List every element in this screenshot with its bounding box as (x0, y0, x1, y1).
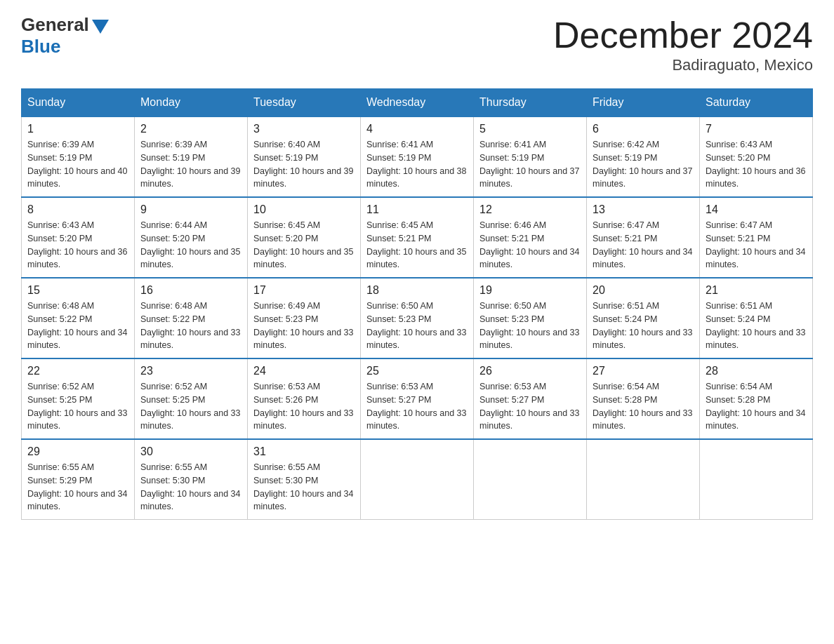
day-info: Sunrise: 6:48 AM Sunset: 5:22 PM Dayligh… (27, 300, 128, 352)
col-header-friday: Friday (587, 89, 700, 117)
day-number: 29 (27, 445, 128, 458)
day-number: 5 (479, 123, 581, 135)
month-title: December 2024 (553, 14, 813, 56)
day-cell: 14 Sunrise: 6:47 AM Sunset: 5:21 PM Dayl… (700, 197, 813, 278)
day-info: Sunrise: 6:47 AM Sunset: 5:21 PM Dayligh… (593, 219, 694, 271)
title-section: December 2024 Badiraguato, Mexico (553, 14, 813, 74)
day-number: 23 (140, 365, 241, 377)
day-info: Sunrise: 6:46 AM Sunset: 5:21 PM Dayligh… (479, 219, 581, 271)
day-cell (700, 439, 813, 520)
day-number: 3 (253, 123, 355, 135)
day-info: Sunrise: 6:53 AM Sunset: 5:26 PM Dayligh… (253, 380, 355, 433)
day-cell: 10 Sunrise: 6:45 AM Sunset: 5:20 PM Dayl… (248, 197, 361, 278)
day-cell: 12 Sunrise: 6:46 AM Sunset: 5:21 PM Dayl… (474, 197, 587, 278)
day-cell: 2 Sunrise: 6:39 AM Sunset: 5:19 PM Dayli… (135, 116, 248, 197)
logo-general-text: General (21, 14, 89, 36)
day-info: Sunrise: 6:43 AM Sunset: 5:20 PM Dayligh… (27, 219, 128, 271)
day-number: 22 (27, 365, 128, 377)
day-info: Sunrise: 6:55 AM Sunset: 5:30 PM Dayligh… (253, 461, 355, 514)
day-number: 16 (140, 284, 241, 297)
week-row-4: 22 Sunrise: 6:52 AM Sunset: 5:25 PM Dayl… (22, 358, 813, 439)
day-info: Sunrise: 6:50 AM Sunset: 5:23 PM Dayligh… (479, 300, 581, 352)
logo-blue-text: Blue (21, 36, 60, 58)
day-cell (587, 439, 700, 520)
day-info: Sunrise: 6:49 AM Sunset: 5:23 PM Dayligh… (253, 300, 355, 352)
day-number: 15 (27, 284, 128, 297)
day-cell: 5 Sunrise: 6:41 AM Sunset: 5:19 PM Dayli… (474, 116, 587, 197)
logo-triangle-icon (92, 20, 109, 34)
day-info: Sunrise: 6:39 AM Sunset: 5:19 PM Dayligh… (140, 138, 241, 191)
day-cell: 8 Sunrise: 6:43 AM Sunset: 5:20 PM Dayli… (22, 197, 135, 278)
day-cell: 7 Sunrise: 6:43 AM Sunset: 5:20 PM Dayli… (700, 116, 813, 197)
day-number: 8 (27, 203, 128, 216)
logo: General Blue (21, 14, 109, 58)
day-info: Sunrise: 6:45 AM Sunset: 5:21 PM Dayligh… (366, 219, 468, 271)
day-cell: 31 Sunrise: 6:55 AM Sunset: 5:30 PM Dayl… (248, 439, 361, 520)
day-info: Sunrise: 6:50 AM Sunset: 5:23 PM Dayligh… (366, 300, 468, 352)
day-info: Sunrise: 6:53 AM Sunset: 5:27 PM Dayligh… (366, 380, 468, 433)
day-number: 11 (366, 203, 468, 216)
col-header-wednesday: Wednesday (361, 89, 474, 117)
day-number: 9 (140, 203, 241, 216)
day-cell: 23 Sunrise: 6:52 AM Sunset: 5:25 PM Dayl… (135, 358, 248, 439)
col-header-saturday: Saturday (700, 89, 813, 117)
day-number: 21 (706, 284, 807, 297)
day-cell: 11 Sunrise: 6:45 AM Sunset: 5:21 PM Dayl… (361, 197, 474, 278)
day-cell: 21 Sunrise: 6:51 AM Sunset: 5:24 PM Dayl… (700, 278, 813, 358)
col-header-monday: Monday (135, 89, 248, 117)
day-cell: 28 Sunrise: 6:54 AM Sunset: 5:28 PM Dayl… (700, 358, 813, 439)
day-info: Sunrise: 6:40 AM Sunset: 5:19 PM Dayligh… (253, 138, 355, 191)
day-number: 13 (593, 203, 694, 216)
day-cell: 20 Sunrise: 6:51 AM Sunset: 5:24 PM Dayl… (587, 278, 700, 358)
day-number: 17 (253, 284, 355, 297)
day-info: Sunrise: 6:39 AM Sunset: 5:19 PM Dayligh… (27, 138, 128, 191)
day-number: 28 (706, 365, 807, 377)
page-header: General Blue December 2024 Badiraguato, … (21, 14, 813, 74)
day-number: 24 (253, 365, 355, 377)
day-cell: 26 Sunrise: 6:53 AM Sunset: 5:27 PM Dayl… (474, 358, 587, 439)
day-cell: 9 Sunrise: 6:44 AM Sunset: 5:20 PM Dayli… (135, 197, 248, 278)
week-row-2: 8 Sunrise: 6:43 AM Sunset: 5:20 PM Dayli… (22, 197, 813, 278)
col-header-thursday: Thursday (474, 89, 587, 117)
day-cell (474, 439, 587, 520)
day-cell: 6 Sunrise: 6:42 AM Sunset: 5:19 PM Dayli… (587, 116, 700, 197)
day-number: 7 (706, 123, 807, 135)
day-info: Sunrise: 6:42 AM Sunset: 5:19 PM Dayligh… (593, 138, 694, 191)
day-number: 27 (593, 365, 694, 377)
day-cell: 30 Sunrise: 6:55 AM Sunset: 5:30 PM Dayl… (135, 439, 248, 520)
day-number: 2 (140, 123, 241, 135)
week-row-3: 15 Sunrise: 6:48 AM Sunset: 5:22 PM Dayl… (22, 278, 813, 358)
day-info: Sunrise: 6:55 AM Sunset: 5:30 PM Dayligh… (140, 461, 241, 514)
day-number: 10 (253, 203, 355, 216)
day-number: 14 (706, 203, 807, 216)
day-info: Sunrise: 6:53 AM Sunset: 5:27 PM Dayligh… (479, 380, 581, 433)
day-number: 12 (479, 203, 581, 216)
day-info: Sunrise: 6:51 AM Sunset: 5:24 PM Dayligh… (593, 300, 694, 352)
day-cell: 27 Sunrise: 6:54 AM Sunset: 5:28 PM Dayl… (587, 358, 700, 439)
day-info: Sunrise: 6:47 AM Sunset: 5:21 PM Dayligh… (706, 219, 807, 271)
day-number: 25 (366, 365, 468, 377)
day-info: Sunrise: 6:51 AM Sunset: 5:24 PM Dayligh… (706, 300, 807, 352)
day-number: 18 (366, 284, 468, 297)
day-cell (361, 439, 474, 520)
day-number: 26 (479, 365, 581, 377)
day-number: 1 (27, 123, 128, 135)
day-number: 4 (366, 123, 468, 135)
week-row-1: 1 Sunrise: 6:39 AM Sunset: 5:19 PM Dayli… (22, 116, 813, 197)
day-info: Sunrise: 6:55 AM Sunset: 5:29 PM Dayligh… (27, 461, 128, 514)
location-text: Badiraguato, Mexico (553, 56, 813, 74)
day-number: 6 (593, 123, 694, 135)
day-number: 19 (479, 284, 581, 297)
day-cell: 24 Sunrise: 6:53 AM Sunset: 5:26 PM Dayl… (248, 358, 361, 439)
day-info: Sunrise: 6:54 AM Sunset: 5:28 PM Dayligh… (706, 380, 807, 433)
day-number: 20 (593, 284, 694, 297)
day-cell: 3 Sunrise: 6:40 AM Sunset: 5:19 PM Dayli… (248, 116, 361, 197)
day-cell: 15 Sunrise: 6:48 AM Sunset: 5:22 PM Dayl… (22, 278, 135, 358)
day-cell: 16 Sunrise: 6:48 AM Sunset: 5:22 PM Dayl… (135, 278, 248, 358)
day-cell: 13 Sunrise: 6:47 AM Sunset: 5:21 PM Dayl… (587, 197, 700, 278)
day-info: Sunrise: 6:54 AM Sunset: 5:28 PM Dayligh… (593, 380, 694, 433)
day-info: Sunrise: 6:48 AM Sunset: 5:22 PM Dayligh… (140, 300, 241, 352)
day-info: Sunrise: 6:44 AM Sunset: 5:20 PM Dayligh… (140, 219, 241, 271)
day-number: 31 (253, 445, 355, 458)
day-cell: 4 Sunrise: 6:41 AM Sunset: 5:19 PM Dayli… (361, 116, 474, 197)
